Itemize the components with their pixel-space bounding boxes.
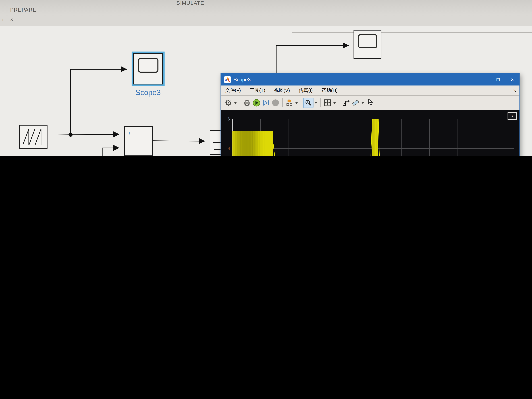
minimize-button[interactable]: – [477, 73, 491, 86]
close-button[interactable]: × [505, 73, 519, 86]
sum-plus-sign: + [127, 130, 131, 136]
sum-minus-sign: − [127, 144, 131, 150]
menu-tools[interactable]: 工具(T) [245, 87, 270, 94]
trigger-icon[interactable] [341, 98, 351, 108]
settings-dropdown-caret[interactable] [234, 102, 237, 104]
fit-to-view-icon[interactable] [323, 98, 332, 108]
matlab-app-icon [224, 76, 231, 82]
document-tab-strip: ‹ × [0, 16, 532, 26]
scope3-block-label: Scope3 [132, 88, 165, 97]
svg-text:6: 6 [228, 116, 230, 121]
measurements-dropdown-caret[interactable] [361, 102, 364, 104]
window-title: Scope3 [234, 76, 477, 82]
menu-view[interactable]: 视图(V) [270, 87, 294, 94]
scope-plot: 012345678910-6-4-20246 [221, 110, 519, 156]
run-icon[interactable] [252, 98, 261, 108]
mouse-cursor-icon [368, 99, 373, 107]
menu-file[interactable]: 文件(F) [221, 87, 245, 94]
svg-text:4: 4 [228, 146, 230, 151]
scope-screen-icon [358, 34, 377, 48]
highlight-simulink-block-icon[interactable] [285, 98, 294, 108]
scope-block-top-right[interactable] [354, 30, 381, 59]
highlight-dropdown-caret[interactable] [295, 102, 298, 104]
scope-plot-area[interactable]: 012345678910-6-4-20246 ▲ [221, 110, 519, 156]
menu-help[interactable]: 帮助(H) [317, 87, 342, 94]
scope-titlebar[interactable]: Scope3 – □ × [221, 73, 519, 86]
tab-prepare[interactable]: PREPARE [10, 7, 37, 13]
scope-toolbar [221, 96, 519, 110]
repeating-sequence-block[interactable] [19, 125, 47, 149]
fit-view-dropdown-caret[interactable] [333, 102, 336, 104]
settings-gear-icon[interactable] [224, 98, 233, 108]
scope3-block[interactable] [132, 52, 165, 86]
stop-icon[interactable] [271, 98, 280, 108]
zoom-icon[interactable] [303, 98, 314, 108]
zoom-dropdown-caret[interactable] [315, 102, 317, 104]
close-tab-icon[interactable]: × [10, 17, 13, 22]
scroll-up-button[interactable]: ▲ [507, 112, 517, 120]
screen: SIMULATE PREPARE ‹ × [0, 0, 532, 156]
scope3-window[interactable]: Scope3 – □ × 文件(F) 工具(T) 视图(V) 仿真(I) 帮助(… [221, 73, 520, 156]
menu-simulation[interactable]: 仿真(I) [294, 87, 317, 94]
print-snapshot-icon[interactable] [242, 98, 252, 108]
dock-arrow-icon[interactable]: ↘ [513, 88, 517, 93]
simulink-canvas[interactable]: Scope3 + − 400/538*5 - R + [0, 26, 532, 156]
scope-screen-icon [138, 58, 158, 73]
sawtooth-wave-icon [20, 126, 47, 148]
measurements-icon[interactable] [351, 98, 360, 108]
back-chevron-icon[interactable]: ‹ [2, 17, 4, 22]
step-forward-icon[interactable] [261, 98, 271, 108]
scope-menubar: 文件(F) 工具(T) 视图(V) 仿真(I) 帮助(H) ↘ [221, 86, 519, 96]
ribbon: SIMULATE PREPARE [0, 0, 532, 16]
maximize-button[interactable]: □ [491, 73, 505, 86]
tab-simulate[interactable]: SIMULATE [177, 0, 204, 6]
sum-block[interactable]: + − [124, 126, 153, 156]
